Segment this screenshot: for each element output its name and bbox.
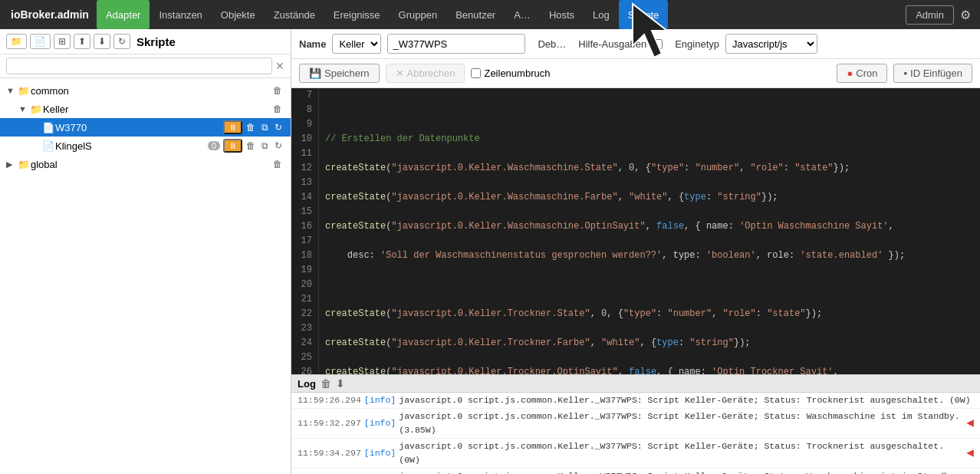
export-button[interactable]: ⬇: [94, 34, 110, 49]
tree-item-common[interactable]: ▼ 📁 common 🗑: [0, 81, 291, 100]
delete-global-button[interactable]: 🗑: [271, 158, 284, 170]
log-title: Log: [298, 378, 316, 390]
engine-select[interactable]: Javascript/js: [725, 34, 817, 54]
refresh-button[interactable]: ↻: [113, 34, 130, 49]
cancel-label: Abbrechen: [407, 67, 455, 79]
export-w3770-button[interactable]: ↻: [272, 121, 284, 133]
log-entry-4: 11:59:48.287 [info] javascript.0 script.…: [291, 469, 980, 474]
log-entries: 11:59:26.294 [info] javascript.0 script.…: [291, 393, 980, 474]
export-klingels-button[interactable]: ↻: [272, 140, 284, 152]
search-input[interactable]: [6, 58, 272, 74]
hilfe-checkbox[interactable]: [653, 39, 663, 49]
log-time-3: 11:59:34.297: [298, 446, 361, 460]
tree-item-w3770[interactable]: 📄 W3770 ⏸ 🗑 ⧉ ↻: [0, 118, 291, 137]
log-text-2: javascript.0 script.js.common.Keller._W3…: [399, 410, 963, 437]
settings-icon[interactable]: ⚙: [954, 5, 977, 25]
cron-label: Cron: [856, 67, 877, 79]
cancel-icon: ✕: [396, 67, 404, 79]
tab-zustaende[interactable]: Zustände: [265, 0, 324, 29]
log-entry-3: 11:59:34.297 [info] javascript.0 script.…: [291, 439, 980, 469]
pause-klingels-button[interactable]: ⏸: [223, 139, 242, 153]
klingels-badge: 0: [208, 141, 220, 150]
folder-icon-global: 📁: [17, 159, 31, 170]
delete-keller-button[interactable]: 🗑: [271, 103, 284, 115]
expand-all-button[interactable]: ⊞: [54, 34, 71, 49]
folder-icon-common: 📁: [17, 85, 31, 97]
hilfe-checkbox-group: [653, 39, 663, 49]
log-delete-button[interactable]: 🗑: [321, 377, 331, 390]
tree-arrow-common: ▼: [6, 86, 17, 95]
name-folder-select[interactable]: Keller: [332, 34, 381, 54]
delete-common-button[interactable]: 🗑: [271, 84, 284, 97]
log-entry-1: 11:59:26.294 [info] javascript.0 script.…: [291, 393, 980, 409]
tab-ereignisse[interactable]: Ereignisse: [324, 0, 390, 29]
log-text-1: javascript.0 script.js.common.Keller._W3…: [399, 393, 974, 407]
log-arrow-2: ◀: [966, 416, 974, 430]
log-download-button[interactable]: ⬇: [336, 377, 345, 390]
tab-skripte[interactable]: Skripte: [619, 0, 668, 29]
debug-label: Deb…: [538, 38, 566, 50]
tab-objekte[interactable]: Objekte: [212, 0, 265, 29]
code-editor[interactable]: 7 8 9 10 11 12 13 14 15 16 17 18 19 20 2…: [291, 88, 980, 374]
code-content[interactable]: // Erstellen der Datenpunkte createState…: [319, 88, 980, 374]
tree-actions-w3770: ⏸ 🗑 ⧉ ↻: [223, 120, 284, 134]
topnav: ioBroker.admin Adapter Instanzen Objekte…: [0, 0, 980, 29]
script-actions: 💾 Speichern ✕ Abbrechen Zeilenumbruch ● …: [291, 59, 980, 88]
enginetyp-label: Enginetyp: [675, 38, 719, 50]
search-clear-icon[interactable]: ✕: [275, 60, 284, 72]
name-input[interactable]: [387, 34, 525, 54]
pause-w3770-button[interactable]: ⏸: [223, 120, 242, 134]
zeilenumbruch-wrap: Zeilenumbruch: [471, 67, 550, 79]
new-script-button[interactable]: 📄: [30, 34, 51, 49]
id-dot-icon: ▪: [903, 67, 907, 79]
new-folder-button[interactable]: 📁: [6, 34, 27, 49]
log-text-4: javascript.0 script.js.common.Keller._W3…: [399, 469, 974, 474]
tab-aufzaehlung[interactable]: A…: [505, 0, 540, 29]
tab-adapter[interactable]: Adapter: [97, 0, 150, 29]
file-icon-w3770: 📄: [41, 122, 55, 133]
name-label: Name: [299, 38, 326, 50]
tree-actions-klingels: ⏸ 🗑 ⧉ ↻: [223, 139, 284, 153]
id-einfuegen-label: ID Einfügen: [910, 67, 962, 79]
tab-gruppen[interactable]: Gruppen: [390, 0, 447, 29]
tab-benutzer[interactable]: Benutzer: [446, 0, 505, 29]
sidebar-title: Skripte: [136, 35, 176, 48]
id-einfuegen-button[interactable]: ▪ ID Einfügen: [893, 64, 972, 83]
tree-arrow-keller: ▼: [18, 104, 29, 114]
tab-instanzen[interactable]: Instanzen: [150, 0, 211, 29]
tree-item-global[interactable]: ▶ 📁 global 🗑: [0, 155, 291, 173]
tree-label-common: common: [31, 85, 271, 97]
tree-label-keller: Keller: [43, 104, 271, 115]
tree: ▼ 📁 common 🗑 ▼ 📁 Keller 🗑: [0, 78, 291, 474]
import-button[interactable]: ⬆: [74, 34, 90, 49]
right-panel: Name Keller Deb… Hilfe-Ausgaben Enginety…: [291, 29, 980, 474]
save-icon: 💾: [309, 67, 321, 79]
log-entry-2: 11:59:32.297 [info] javascript.0 script.…: [291, 409, 980, 439]
copy-w3770-button[interactable]: ⧉: [259, 121, 271, 133]
sidebar-header: 📁 📄 ⊞ ⬆ ⬇ ↻ Skripte: [0, 29, 291, 54]
folder-icon-keller: 📁: [29, 104, 43, 115]
log-level-3: [info]: [364, 446, 396, 460]
script-header: Name Keller Deb… Hilfe-Ausgaben Enginety…: [291, 29, 980, 59]
delete-klingels-button[interactable]: 🗑: [244, 140, 258, 152]
tree-label-w3770: W3770: [55, 122, 223, 133]
file-icon-klingels: 📄: [41, 140, 55, 152]
zeilenumbruch-checkbox[interactable]: [471, 68, 481, 78]
copy-klingels-button[interactable]: ⧉: [259, 140, 271, 152]
tree-item-keller[interactable]: ▼ 📁 Keller 🗑: [0, 100, 291, 118]
log-time-2: 11:59:32.297: [298, 416, 361, 430]
tree-item-klingels[interactable]: 📄 KlingelS 0 ⏸ 🗑 ⧉ ↻: [0, 137, 291, 155]
delete-w3770-button[interactable]: 🗑: [244, 121, 258, 133]
admin-button[interactable]: Admin: [906, 5, 954, 25]
tree-label-global: global: [31, 159, 271, 170]
log-header: Log 🗑 ⬇: [291, 375, 980, 393]
cancel-button[interactable]: ✕ Abbrechen: [386, 64, 465, 83]
main-layout: 📁 📄 ⊞ ⬆ ⬇ ↻ Skripte ✕ ▼ 📁 common 🗑: [0, 29, 980, 474]
cron-button[interactable]: ● Cron: [837, 64, 887, 83]
line-numbers: 7 8 9 10 11 12 13 14 15 16 17 18 19 20 2…: [291, 88, 319, 374]
tab-hosts[interactable]: Hosts: [540, 0, 584, 29]
tree-actions-common: 🗑: [271, 84, 284, 97]
save-button[interactable]: 💾 Speichern: [299, 64, 380, 83]
cron-dot-icon: ●: [847, 67, 853, 79]
tab-log[interactable]: Log: [584, 0, 619, 29]
